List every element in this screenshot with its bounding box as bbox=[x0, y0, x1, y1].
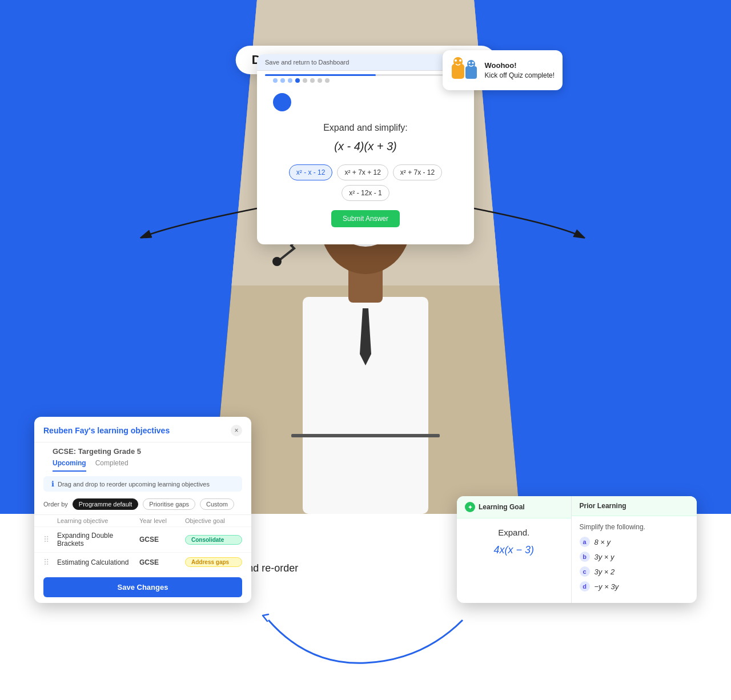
panel-close-button[interactable]: × bbox=[231, 425, 242, 436]
save-changes-button[interactable]: Save Changes bbox=[43, 577, 242, 597]
prior-body: Simplify the following. a 8 × y b 3y × y… bbox=[572, 516, 697, 603]
quiz-question-text: Expand and simplify: bbox=[274, 123, 457, 133]
bottom-arrow bbox=[223, 609, 508, 677]
quiz-option-1[interactable]: x² - x - 12 bbox=[289, 164, 333, 180]
table-row: ⠿ Expanding Double Brackets GCSE Consoli… bbox=[34, 526, 251, 552]
badge-consolidate-1: Consolidate bbox=[185, 535, 242, 545]
woohoo-badge: Woohoo! Kick off Quiz complete! bbox=[443, 50, 563, 90]
quiz-dot-3 bbox=[288, 78, 292, 83]
quiz-dot-1 bbox=[273, 78, 278, 83]
drag-handle-1[interactable]: ⠿ bbox=[43, 535, 57, 544]
panel-info-bar: ℹ Drag and drop to reorder upcoming lear… bbox=[43, 476, 242, 492]
quiz-dot-8 bbox=[325, 78, 330, 83]
row-year-2: GCSE bbox=[139, 558, 185, 566]
woohoo-title: Woohoo! bbox=[485, 61, 555, 71]
tab-completed[interactable]: Completed bbox=[95, 459, 128, 472]
svg-rect-25 bbox=[465, 66, 477, 79]
goal-header: ✦ Learning Goal bbox=[457, 496, 571, 518]
goal-instruction: Expand. bbox=[466, 528, 562, 537]
prior-math-1: 8 × y bbox=[595, 538, 611, 546]
quiz-option-2[interactable]: x² + 7x + 12 bbox=[337, 164, 388, 180]
goal-math: 4x(x − 3) bbox=[466, 544, 562, 556]
table-header: Learning objective Year level Objective … bbox=[34, 514, 251, 526]
woohoo-text-container: Woohoo! Kick off Quiz complete! bbox=[485, 61, 555, 81]
col-name: Learning objective bbox=[57, 517, 139, 524]
learning-panel: Reuben Fay's learning objectives × GCSE:… bbox=[34, 417, 251, 603]
prior-section: Prior Learning Simplify the following. a… bbox=[572, 496, 697, 603]
prior-letter-4: d bbox=[580, 581, 590, 592]
prior-item-2: b 3y × y bbox=[580, 552, 689, 562]
quiz-card: Save and return to Dashboard Expand and … bbox=[257, 54, 474, 244]
info-icon: ℹ bbox=[51, 480, 54, 488]
woohoo-subtitle: Kick off Quiz complete! bbox=[485, 71, 555, 81]
quiz-submit-button[interactable]: Submit Answer bbox=[331, 210, 400, 227]
quiz-dots bbox=[273, 78, 458, 83]
order-programme-btn[interactable]: Programme default bbox=[73, 498, 139, 510]
quiz-avatar bbox=[273, 93, 291, 111]
svg-point-19 bbox=[272, 257, 282, 266]
goal-header-text: Learning Goal bbox=[479, 503, 525, 511]
panel-course: GCSE: Targeting Grade 5 bbox=[43, 442, 242, 456]
prior-letter-1: a bbox=[580, 537, 590, 547]
info-text: Drag and drop to reorder upcoming learni… bbox=[58, 481, 210, 488]
table-row-2: ⠿ Estimating Calculationd GCSE Address g… bbox=[34, 552, 251, 572]
prior-title: Simplify the following. bbox=[580, 523, 689, 531]
svg-point-27 bbox=[468, 62, 471, 64]
prior-math-4: −y × 3y bbox=[595, 582, 619, 591]
svg-rect-20 bbox=[291, 434, 440, 437]
col-year: Year level bbox=[139, 517, 185, 524]
woohoo-mascot bbox=[451, 56, 479, 85]
prior-item-4: d −y × 3y bbox=[580, 581, 689, 592]
prior-item-1: a 8 × y bbox=[580, 537, 689, 547]
row-name-1: Expanding Double Brackets bbox=[57, 532, 139, 548]
quiz-header: Save and return to Dashboard bbox=[257, 54, 474, 71]
quiz-progress-bar bbox=[265, 74, 466, 76]
col-goal: Objective goal bbox=[185, 517, 242, 524]
drag-handle-2[interactable]: ⠿ bbox=[43, 558, 57, 567]
quiz-option-3[interactable]: x² + 7x - 12 bbox=[393, 164, 442, 180]
svg-point-26 bbox=[467, 60, 475, 68]
prior-math-2: 3y × y bbox=[595, 553, 614, 561]
row-year-1: GCSE bbox=[139, 536, 185, 544]
prior-item-3: c 3y × 2 bbox=[580, 566, 689, 577]
badge-address-2: Address gaps bbox=[185, 557, 242, 567]
panel-title: Reuben Fay's learning objectives bbox=[43, 426, 170, 435]
order-by-row: Order by Programme default Prioritise ga… bbox=[34, 496, 251, 514]
prior-letter-3: c bbox=[580, 566, 590, 577]
quiz-dot-6 bbox=[310, 78, 315, 83]
quiz-dot-5 bbox=[303, 78, 307, 83]
quiz-body: Expand and simplify: (x - 4)(x + 3) x² -… bbox=[257, 111, 474, 244]
goal-icon: ✦ bbox=[465, 502, 475, 512]
right-panel: ✦ Learning Goal Expand. 4x(x − 3) Prior … bbox=[457, 496, 697, 603]
row-name-2: Estimating Calculationd bbox=[57, 558, 139, 566]
order-label: Order by bbox=[43, 501, 68, 508]
quiz-math-expression: (x - 4)(x + 3) bbox=[274, 140, 457, 153]
order-custom-btn[interactable]: Custom bbox=[200, 498, 234, 510]
panel-tabs: Upcoming Completed bbox=[43, 459, 242, 472]
quiz-header-text: Save and return to Dashboard bbox=[265, 59, 349, 66]
goal-body: Expand. 4x(x − 3) bbox=[457, 518, 571, 565]
prior-letter-2: b bbox=[580, 552, 590, 562]
col-drag bbox=[43, 517, 57, 524]
svg-point-24 bbox=[459, 59, 461, 62]
goal-section: ✦ Learning Goal Expand. 4x(x − 3) bbox=[457, 496, 572, 603]
panel-header: Reuben Fay's learning objectives × bbox=[34, 417, 251, 442]
tab-upcoming[interactable]: Upcoming bbox=[53, 459, 86, 472]
quiz-dot-7 bbox=[318, 78, 322, 83]
quiz-dot-4 bbox=[295, 78, 300, 83]
prior-math-3: 3y × 2 bbox=[595, 568, 615, 576]
svg-point-28 bbox=[472, 62, 474, 64]
quiz-options: x² - x - 12 x² + 7x + 12 x² + 7x - 12 x²… bbox=[274, 164, 457, 201]
quiz-option-4[interactable]: x² - 12x - 1 bbox=[342, 185, 389, 201]
prior-header: Prior Learning bbox=[572, 496, 697, 516]
svg-point-23 bbox=[455, 59, 457, 62]
quiz-dot-2 bbox=[280, 78, 285, 83]
quiz-progress-fill bbox=[265, 74, 376, 76]
order-gaps-btn[interactable]: Prioritise gaps bbox=[143, 498, 195, 510]
